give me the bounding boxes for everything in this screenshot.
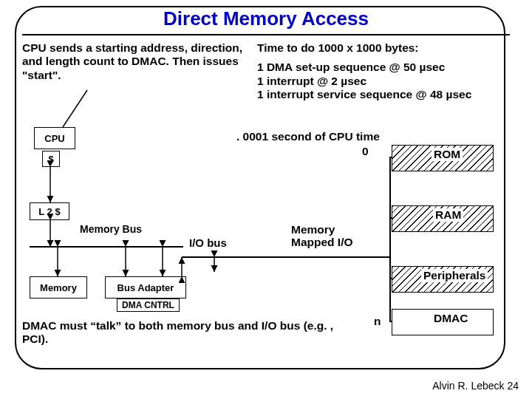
attribution: Alvin R. Lebeck 24 [432,380,519,392]
dma-controller-label: DMA CNTRL [117,299,180,312]
memory-box: Memory [30,276,87,299]
title-underline [22,34,510,35]
ram-label: RAM [433,208,463,222]
n-label: n [374,315,381,328]
timing-line-1: 1 DMA set-up sequence @ 50 µsec [257,61,501,74]
l1-cache-box: $ [42,151,60,167]
cpu-box: CPU [34,127,75,149]
right-description: Time to do 1000 x 1000 bytes: 1 DMA set-… [257,41,501,101]
timing-line-2: 1 interrupt @ 2 µsec [257,75,501,88]
left-description: CPU sends a starting address, direction,… [22,41,244,82]
bus-adapter-box: Bus Adapter [105,276,186,299]
mmio-label: Memory Mapped I/O [291,223,372,248]
memory-bus-label: Memory Bus [80,223,142,235]
io-bus-label: I/O bus [189,236,227,249]
zero-label: 0 [362,145,369,158]
l2-cache-box: L 2 $ [30,202,69,220]
slide-title: Direct Memory Access [0,7,532,30]
peripherals-label: Peripherals [421,269,488,282]
timing-line-3: 1 interrupt service sequence @ 48 µsec [257,88,501,101]
dmac-label: DMAC [432,312,471,325]
footer-note: DMAC must “talk” to both memory bus and … [22,319,340,346]
timing-heading: Time to do 1000 x 1000 bytes: [257,41,501,55]
cpu-time-label: . 0001 second of CPU time [236,130,380,143]
rom-label: ROM [432,148,463,161]
